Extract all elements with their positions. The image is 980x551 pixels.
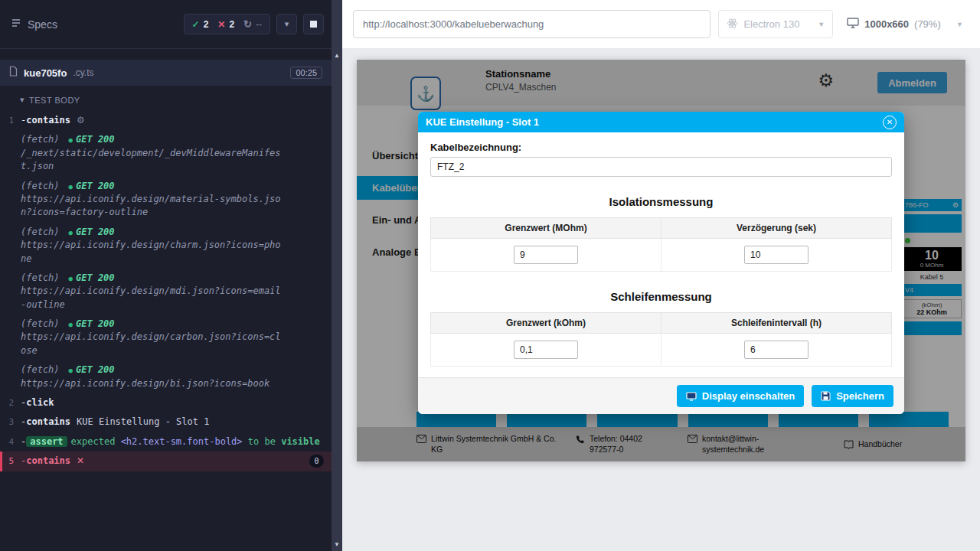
fetch-url: https://api.iconify.design/bi.json?icons… xyxy=(21,377,285,390)
save-button[interactable]: Speichern xyxy=(812,385,893,407)
display-on-button[interactable]: Display einschalten xyxy=(677,385,804,407)
status-dot-icon: ● xyxy=(69,367,73,374)
modal-close-button[interactable]: ✕ xyxy=(883,116,897,129)
fail-cross-icon: ✕ xyxy=(77,455,84,466)
loop-col1-header: Grenzwert (kOhm) xyxy=(431,313,662,334)
command-number: 4 xyxy=(2,435,21,448)
fetch-status: GET 200 xyxy=(76,364,115,375)
url-input[interactable] xyxy=(353,10,710,38)
command-row[interactable]: 5-contains✕0 xyxy=(0,452,332,471)
command-row[interactable]: 3-containsKUE Einstellung - Slot 1 xyxy=(0,412,332,432)
assert-text: to be xyxy=(243,436,282,447)
command-row[interactable]: 2-click xyxy=(0,393,332,412)
command-arg: KUE Einstellung - Slot 1 xyxy=(77,416,209,427)
isolation-limit-input[interactable] xyxy=(514,246,578,264)
specs-nav[interactable]: Specs xyxy=(11,18,57,31)
fetch-log-row[interactable]: (fetch)●GET 200/_next/static/development… xyxy=(0,130,332,176)
command-number xyxy=(2,272,21,272)
fetch-url: https://api.iconify.design/material-symb… xyxy=(21,193,285,220)
close-icon: ✕ xyxy=(887,118,893,126)
spec-time: 00:25 xyxy=(290,67,322,79)
command-name: contains xyxy=(26,115,70,126)
isolation-delay-input[interactable] xyxy=(744,246,808,264)
stop-button[interactable] xyxy=(303,14,324,34)
modal-footer: Display einschalten Speichern xyxy=(418,377,904,414)
test-body-label: TEST BODY xyxy=(29,96,80,105)
isolation-table: Grenzwert (MOhm) Verzögerung (sek) xyxy=(430,217,892,272)
status-dot-icon: ● xyxy=(69,136,73,144)
status-dot-icon: ● xyxy=(69,183,73,191)
runner-header: Specs ✓2 ✕2 ↻-- ▾ xyxy=(0,0,332,49)
status-dot-icon: ● xyxy=(69,229,73,236)
assert-badge: assert xyxy=(26,436,67,447)
command-log: 1-contains⚙(fetch)●GET 200/_next/static/… xyxy=(0,111,332,551)
command-name: contains xyxy=(26,455,70,466)
command-number xyxy=(2,318,21,318)
electron-icon xyxy=(727,18,738,31)
command-number xyxy=(2,226,21,227)
command-number: 5 xyxy=(2,455,21,468)
cross-icon: ✕ xyxy=(217,19,225,30)
stage-topbar: Electron 130 ▼ 1000x660 (79%) ▼ xyxy=(342,0,980,49)
specs-icon xyxy=(11,18,21,31)
command-row[interactable]: 1-contains⚙ xyxy=(0,111,332,130)
loop-limit-input[interactable] xyxy=(514,341,578,359)
test-body-toggle[interactable]: ▾ TEST BODY xyxy=(0,86,332,111)
modal-body: Kabelbezeichnung: Isolationsmessung Gren… xyxy=(418,132,904,377)
fetch-log-row[interactable]: (fetch)●GET 200https://api.iconify.desig… xyxy=(0,269,332,315)
fetch-log-row[interactable]: (fetch)●GET 200https://api.iconify.desig… xyxy=(0,360,332,393)
fetch-label: (fetch) xyxy=(21,181,60,191)
assert-row[interactable]: 4-assertexpected <h2.text-sm.font-bold> … xyxy=(0,432,332,452)
loop-table: Grenzwert (kOhm) Schleifenintervall (h) xyxy=(430,312,892,367)
assert-expected: visible xyxy=(281,436,320,447)
refresh-icon: ↻ xyxy=(243,18,252,30)
caret-down-icon: ▾ xyxy=(20,95,24,105)
loop-section-title: Schleifenmessung xyxy=(430,290,892,303)
spec-name: kue705fo xyxy=(24,67,67,79)
fetch-log-row[interactable]: (fetch)●GET 200https://api.iconify.desig… xyxy=(0,315,332,360)
chevron-down-icon: ▼ xyxy=(818,21,825,28)
spec-file-icon xyxy=(9,66,18,80)
kue-settings-modal: KUE Einstellung - Slot 1 ✕ Kabelbezeichn… xyxy=(418,112,904,414)
specs-label: Specs xyxy=(28,18,57,31)
command-number: 3 xyxy=(2,416,21,429)
fetch-label: (fetch) xyxy=(21,364,60,375)
scroll-down-icon[interactable]: ▼ xyxy=(332,541,342,548)
stop-icon xyxy=(310,21,317,28)
fetch-log-row[interactable]: (fetch)●GET 200https://api.iconify.desig… xyxy=(0,223,332,269)
command-number xyxy=(2,133,21,134)
stat-passed: ✓2 xyxy=(192,19,209,30)
fetch-status: GET 200 xyxy=(76,272,115,283)
scroll-up-icon[interactable]: ▲ xyxy=(332,52,342,59)
monitor-icon xyxy=(847,18,859,31)
chevron-down-icon: ▼ xyxy=(956,21,963,28)
collapse-button[interactable]: ▾ xyxy=(276,14,297,34)
fetch-label: (fetch) xyxy=(21,318,60,329)
viewport-size: 1000x660 xyxy=(864,18,909,30)
browser-select[interactable]: Electron 130 ▼ xyxy=(718,10,833,38)
assert-selector: <h2.text-sm.font-bold> xyxy=(121,436,243,447)
fetch-status: GET 200 xyxy=(76,181,115,191)
command-number: 2 xyxy=(2,396,21,409)
runner-scrollbar[interactable]: ▲ ▼ xyxy=(332,0,342,551)
fetch-url: https://api.iconify.design/carbon.json?i… xyxy=(21,331,285,357)
fetch-label: (fetch) xyxy=(21,272,60,283)
viewport-control[interactable]: 1000x660 (79%) ▼ xyxy=(841,10,969,38)
browser-label: Electron 130 xyxy=(743,18,799,30)
spec-row[interactable]: kue705fo .cy.ts 00:25 xyxy=(0,60,332,86)
check-icon: ✓ xyxy=(192,19,200,30)
fetch-label: (fetch) xyxy=(21,134,60,145)
cypress-runner: Specs ✓2 ✕2 ↻-- ▾ kue705fo .cy.ts 00:25 … xyxy=(0,0,332,551)
loop-interval-input[interactable] xyxy=(744,341,808,359)
stage: Electron 130 ▼ 1000x660 (79%) ▼ ⚓ Statio… xyxy=(342,0,980,551)
fetch-log-row[interactable]: (fetch)●GET 200https://api.iconify.desig… xyxy=(0,177,332,223)
stat-pending: ↻-- xyxy=(243,18,262,30)
isolation-col1-header: Grenzwert (MOhm) xyxy=(431,218,662,239)
modal-title: KUE Einstellung - Slot 1 xyxy=(426,116,539,128)
display-icon xyxy=(686,392,697,401)
status-dot-icon: ● xyxy=(69,321,73,328)
cable-name-input[interactable] xyxy=(430,157,892,177)
cable-name-label: Kabelbezeichnung: xyxy=(430,142,892,153)
assert-text: expected xyxy=(71,436,121,447)
fetch-label: (fetch) xyxy=(21,227,60,237)
